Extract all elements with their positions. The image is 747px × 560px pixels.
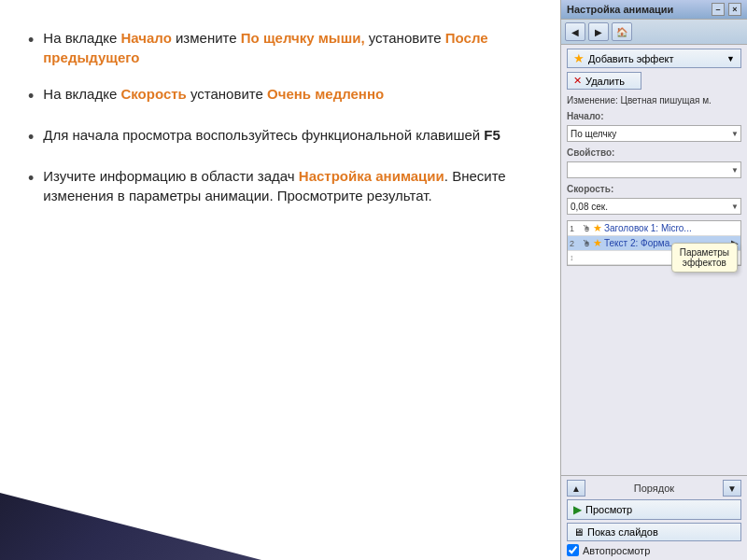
panel-header-icons: – × [712,3,741,16]
anim-mouse-icon-1: 🖱 [583,224,591,233]
animation-settings-panel: Настройка анимации – × ◀ ▶ 🏠 ★ Добавить … [560,0,747,560]
minimize-icon[interactable]: – [712,3,725,16]
avtoprosmotr-checkbox[interactable] [567,544,579,556]
avtoprosmotr-row[interactable]: Автопросмотр [567,544,741,556]
svoistvo-select[interactable] [567,161,741,178]
pokaz-label: Показ слайдов [587,526,658,538]
bullet-dot: • [28,85,34,108]
bullet-dot: • [28,126,34,149]
skorost-section-label: Скорость: [567,184,741,194]
order-down-button[interactable]: ▼ [723,480,741,497]
background-decoration [0,448,261,560]
anim-star-icon-2: ★ [593,237,602,249]
prosmotr-button[interactable]: ▶ Просмотр [567,499,741,520]
tooltip-line2: эффектов [680,258,729,268]
add-icon: ★ [573,51,585,65]
list-item: • На вкладке Скорость установите Очень м… [28,84,542,108]
order-up-button[interactable]: ▲ [567,480,585,497]
avtoprosmotr-label: Автопросмотр [583,545,650,556]
bullet-dot: • [28,29,34,52]
panel-body: ★ Добавить эффект ▼ ✕ Удалить Изменение:… [561,45,747,475]
panel-nav: ◀ ▶ 🏠 [561,20,747,45]
bottom-area: ▲ Порядок ▼ ▶ Просмотр 🖥 Показ слайдов А… [561,475,747,560]
nachalo-section-label: Начало: [567,111,741,121]
nav-home-button[interactable]: 🏠 [612,22,632,41]
bullet-text-1: На вкладке Начало измените По щелчку мыш… [43,28,542,67]
skorost-select[interactable]: 0,08 сек. [567,198,741,215]
anim-num-2: 2 [570,239,581,248]
close-icon[interactable]: × [728,3,741,16]
delete-button[interactable]: ✕ Удалить [567,72,641,90]
bullet-text-2: На вкладке Скорость установите Очень мед… [43,84,384,104]
bullet-text-3: Для начала просмотра воспользуйтесь функ… [43,125,500,145]
pokaz-icon: 🖥 [573,526,584,538]
nachalo-select[interactable]: По щелчку [567,125,741,142]
delete-label: Удалить [585,76,625,87]
izmenenie-label: Изменение: Цветная пишущая м. [567,95,741,105]
content-panel: • На вкладке Начало измените По щелчку м… [0,0,560,560]
bullet-text-4: Изучите информацию в области задач Настр… [43,166,542,205]
pokaz-button[interactable]: 🖥 Показ слайдов [567,523,741,541]
dropdown-arrow-icon: ▼ [726,54,735,63]
list-item: • На вкладке Начало измените По щелчку м… [28,28,542,67]
anim-num-3: ↕ [570,253,574,262]
nachalo-row: По щелчку [567,125,741,142]
delete-icon: ✕ [573,75,582,87]
order-row: ▲ Порядок ▼ [567,480,741,497]
anim-mouse-icon-2: 🖱 [583,239,591,248]
anim-item-1[interactable]: 1 🖱 ★ Заголовок 1: Micro... [568,221,740,236]
panel-title: Настройка анимации [567,4,673,15]
add-effect-label: Добавить эффект [588,53,673,64]
anim-star-icon-1: ★ [593,222,602,234]
order-label: Порядок [589,483,719,494]
list-item: • Изучите информацию в области задач Нас… [28,166,542,205]
svoistvo-section-label: Свойство: [567,147,741,158]
add-effect-button[interactable]: ★ Добавить эффект ▼ [567,49,741,68]
list-item: • Для начала просмотра воспользуйтесь фу… [28,125,542,149]
tooltip-bubble: Параметры эффектов [671,243,738,273]
bullet-dot: • [28,167,34,190]
anim-num-1: 1 [570,224,581,233]
play-icon: ▶ [573,503,582,516]
anim-text-1: Заголовок 1: Micro... [604,223,739,233]
instruction-list: • На вкладке Начало измените По щелчку м… [28,28,542,205]
nav-back-button[interactable]: ◀ [565,22,585,41]
nav-forward-button[interactable]: ▶ [588,22,609,41]
prosmotr-label: Просмотр [585,504,632,515]
tooltip-line1: Параметры [680,247,729,258]
panel-header: Настройка анимации – × [561,0,747,20]
